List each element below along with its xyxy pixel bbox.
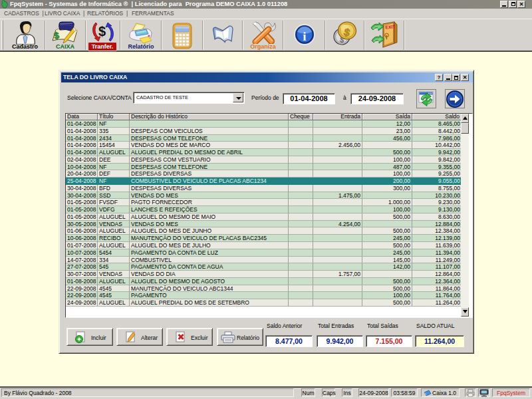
svg-text:i: i bbox=[303, 29, 306, 43]
svg-text:EXIT: EXIT bbox=[385, 24, 396, 29]
svg-text:$: $ bbox=[98, 24, 106, 39]
